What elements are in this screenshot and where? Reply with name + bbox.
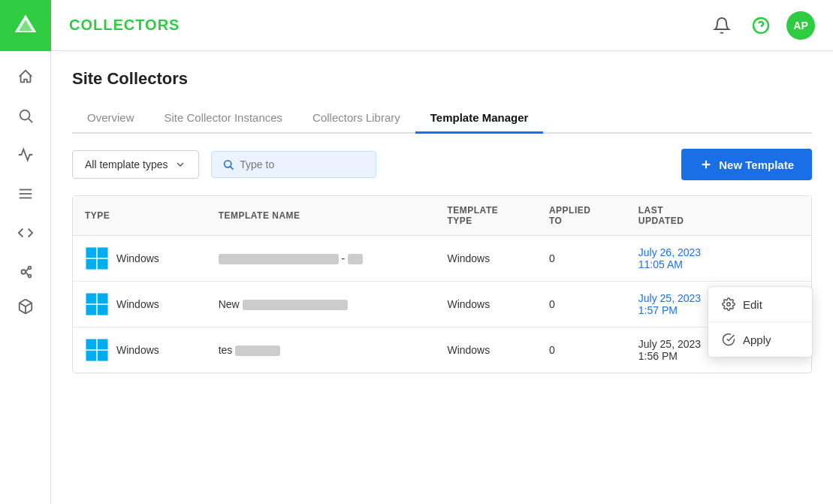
sidebar-item-home[interactable] xyxy=(9,60,42,93)
windows-icon-2 xyxy=(85,292,109,316)
topbar: COLLECTORS AP xyxy=(51,0,833,51)
tab-overview[interactable]: Overview xyxy=(72,104,149,134)
user-avatar[interactable]: AP xyxy=(786,11,815,40)
apply-label: Apply xyxy=(743,333,771,346)
main-area: COLLECTORS AP Site Collectors Overview xyxy=(51,0,833,504)
svg-line-11 xyxy=(26,272,29,276)
new-template-label: New Template xyxy=(719,158,794,171)
row1-name: - xyxy=(207,236,436,282)
plus-icon xyxy=(699,158,713,171)
svg-rect-29 xyxy=(86,351,96,361)
col-actions xyxy=(744,196,811,236)
row1-ttype: Windows xyxy=(435,236,537,282)
logo[interactable] xyxy=(0,0,51,51)
sidebar xyxy=(0,0,51,504)
svg-rect-22 xyxy=(98,259,108,270)
table-row: Windows tes Windows 0 July 25, 2023 1:56… xyxy=(73,327,811,373)
svg-rect-19 xyxy=(86,247,96,258)
svg-line-16 xyxy=(230,167,233,170)
svg-rect-30 xyxy=(98,351,108,361)
sidebar-item-code[interactable] xyxy=(9,216,42,249)
svg-point-2 xyxy=(20,110,29,120)
gear-icon xyxy=(722,297,735,311)
svg-point-7 xyxy=(21,270,26,274)
svg-rect-21 xyxy=(86,259,96,270)
svg-rect-23 xyxy=(86,293,96,303)
search-input[interactable] xyxy=(240,158,364,171)
table-header-row: TYPE TEMPLATE NAME TEMPLATETYPE APPLIEDT… xyxy=(73,196,811,236)
blurred-name-1 xyxy=(219,254,339,264)
search-box[interactable] xyxy=(211,151,376,178)
filter-label: All template types xyxy=(85,158,168,171)
col-updated: LASTUPDATED xyxy=(626,196,744,236)
svg-rect-27 xyxy=(86,339,96,349)
svg-rect-25 xyxy=(86,305,96,315)
svg-point-8 xyxy=(28,267,31,270)
blurred-name-1b xyxy=(348,254,363,264)
blurred-name-2 xyxy=(243,300,348,310)
windows-icon-3 xyxy=(85,338,109,362)
sidebar-nav xyxy=(9,51,42,504)
svg-rect-20 xyxy=(98,247,108,258)
table-row: Windows - Windows 0 xyxy=(73,236,811,282)
context-menu: Edit Apply xyxy=(708,286,813,358)
sidebar-item-list[interactable] xyxy=(9,177,42,210)
new-template-button[interactable]: New Template xyxy=(681,149,812,180)
context-edit[interactable]: Edit xyxy=(708,287,812,321)
svg-point-31 xyxy=(727,303,731,306)
app-title: COLLECTORS xyxy=(69,17,696,34)
svg-rect-24 xyxy=(98,293,108,303)
row2-ttype: Windows xyxy=(435,282,537,327)
col-type: TYPE xyxy=(73,196,207,236)
topbar-icons: AP xyxy=(708,11,815,40)
row3-type: Windows xyxy=(73,327,207,373)
templates-table: TYPE TEMPLATE NAME TEMPLATETYPE APPLIEDT… xyxy=(72,195,812,373)
row3-applied: 0 xyxy=(537,327,626,373)
col-template-type: TEMPLATETYPE xyxy=(435,196,537,236)
windows-icon xyxy=(85,246,109,270)
sidebar-item-cube[interactable] xyxy=(9,294,42,327)
check-circle-icon xyxy=(722,333,735,346)
row1-updated: July 26, 2023 11:05 AM xyxy=(626,236,744,282)
context-apply[interactable]: Apply xyxy=(708,321,812,357)
svg-point-15 xyxy=(224,161,231,167)
svg-point-9 xyxy=(28,275,31,278)
template-type-filter[interactable]: All template types xyxy=(72,150,199,179)
edit-label: Edit xyxy=(743,298,762,311)
row3-name: tes xyxy=(207,327,436,373)
row2-type: Windows xyxy=(73,282,207,327)
row2-date[interactable]: July 25, 2023 1:57 PM xyxy=(638,292,701,316)
row1-type: Windows xyxy=(73,236,207,282)
help-icon[interactable] xyxy=(747,12,774,39)
row3-ttype: Windows xyxy=(435,327,537,373)
notification-icon[interactable] xyxy=(708,12,735,39)
blurred-name-3 xyxy=(235,346,280,356)
svg-rect-26 xyxy=(98,305,108,315)
row1-actions xyxy=(744,236,811,282)
tab-library[interactable]: Collectors Library xyxy=(297,104,415,134)
col-applied: APPLIEDTO xyxy=(537,196,626,236)
sidebar-item-integrations[interactable] xyxy=(9,255,42,288)
row1-date[interactable]: July 26, 2023 11:05 AM xyxy=(638,246,701,270)
table-row: Windows New Windows 0 July 25, 2023 xyxy=(73,282,811,327)
row2-applied: 0 xyxy=(537,282,626,327)
page-title: Site Collectors xyxy=(72,69,812,89)
svg-rect-28 xyxy=(98,339,108,349)
content-area: Site Collectors Overview Site Collector … xyxy=(51,51,833,504)
row1-applied: 0 xyxy=(537,236,626,282)
chevron-down-icon xyxy=(174,158,186,171)
svg-line-3 xyxy=(29,119,32,122)
toolbar: All template types New Template xyxy=(72,149,812,180)
tab-instances[interactable]: Site Collector Instances xyxy=(149,104,298,134)
tabs: Overview Site Collector Instances Collec… xyxy=(72,104,812,134)
sidebar-item-activity[interactable] xyxy=(9,138,42,171)
svg-line-10 xyxy=(26,268,29,272)
search-icon xyxy=(222,158,234,171)
row2-name: New xyxy=(207,282,436,327)
sidebar-item-search[interactable] xyxy=(9,99,42,132)
tab-templates[interactable]: Template Manager xyxy=(415,104,544,134)
col-name: TEMPLATE NAME xyxy=(207,196,436,236)
